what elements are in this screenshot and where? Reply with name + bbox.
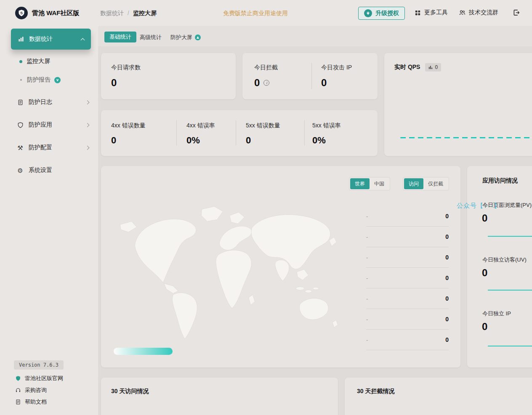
- link-label: 帮助文档: [25, 398, 47, 406]
- stat-label: 4xx 错误数量: [111, 122, 146, 130]
- tab-advanced-stats[interactable]: 高级统计: [140, 34, 162, 41]
- region-stats-row: - 0: [366, 330, 449, 350]
- safeline-waf-dashboard: S 雷池 WAF社区版 数据统计 / 监控大屏 免费版禁止商业用途使用 升级授权: [0, 0, 532, 415]
- breadcrumb: 数据统计 / 监控大屏: [100, 10, 157, 17]
- chevron-right-icon: [85, 123, 90, 127]
- region-name: -: [366, 337, 368, 343]
- upgrade-license-button[interactable]: 升级授权: [358, 7, 405, 20]
- divider: [176, 120, 177, 145]
- upgrade-license-label: 升级授权: [375, 10, 399, 17]
- document-icon: [17, 99, 24, 106]
- today-blocks-card: 今日拦截 0 i 今日攻击 IP 0: [242, 53, 378, 99]
- stat-label: 今日攻击 IP: [321, 64, 352, 71]
- logout-icon[interactable]: [513, 9, 521, 17]
- sidebar-item-protect-apps[interactable]: 防护应用: [0, 114, 98, 136]
- pro-screen-icon: [195, 34, 201, 40]
- stat-value: 0: [111, 77, 141, 89]
- more-tools-button[interactable]: 更多工具: [415, 9, 448, 16]
- qps-label: 实时 QPS: [394, 63, 420, 71]
- divider: [311, 63, 312, 89]
- region-stats-row: - 0: [366, 247, 449, 268]
- metric-zero-line: [488, 290, 532, 291]
- region-name: -: [366, 254, 368, 261]
- apps-grid-icon: [415, 10, 421, 16]
- link-label: 雷池社区版官网: [25, 375, 63, 382]
- metric-zero-line: [488, 236, 532, 237]
- tab-basic-stats[interactable]: 基础统计: [104, 32, 136, 42]
- breadcrumb-parent[interactable]: 数据统计: [100, 10, 124, 17]
- tools-icon: ⚒: [17, 144, 24, 151]
- tech-group-button[interactable]: 技术交流群: [459, 9, 498, 16]
- group-icon: [459, 9, 466, 16]
- visits-30d-card: 30 天访问情况: [101, 378, 338, 415]
- license-warning-text: 免费版禁止商业用途使用: [223, 10, 288, 17]
- official-site-link[interactable]: 雷池社区版官网: [15, 375, 63, 382]
- chevron-right-icon: [85, 100, 90, 104]
- info-icon[interactable]: i: [263, 80, 269, 86]
- realtime-qps-card: 实时 QPS 0: [384, 53, 532, 156]
- metric-value: 0: [482, 267, 487, 279]
- stat-label: 5xx 错误率: [312, 122, 341, 130]
- chevron-up-icon: [81, 38, 85, 42]
- heat-legend-gradient: [114, 348, 173, 355]
- qps-badge-value: 0: [435, 64, 438, 70]
- region-value: 0: [445, 295, 449, 302]
- region-china-toggle[interactable]: 中国: [370, 178, 389, 189]
- document-icon: [15, 399, 21, 405]
- app-title: 雷池 WAF社区版: [32, 9, 80, 17]
- type-blocks-toggle[interactable]: 仅拦截: [423, 178, 448, 189]
- stat-value: 0: [111, 135, 146, 146]
- version-badge: Version 7.6.3: [14, 360, 64, 370]
- sidebar-item-label: 系统设置: [29, 167, 52, 174]
- qps-zero-line: [400, 137, 532, 138]
- watermark-text: 公众号【····】: [457, 202, 500, 210]
- sidebar-item-data-stats[interactable]: 数据统计: [11, 29, 91, 50]
- breadcrumb-separator: /: [128, 10, 129, 17]
- sidebar-item-label: 防护日志: [29, 98, 52, 106]
- sidebar-item-protect-config[interactable]: ⚒ 防护配置: [0, 136, 98, 159]
- purchase-consult-link[interactable]: 采购咨询: [15, 386, 47, 394]
- stat-value: 0: [246, 135, 280, 146]
- sidebar-item-protect-logs[interactable]: 防护日志: [0, 91, 98, 114]
- stat-label: 今日请求数: [111, 64, 141, 71]
- panel-title: 应用访问情况: [482, 177, 518, 185]
- chevron-right-icon: [85, 145, 90, 150]
- help-docs-link[interactable]: 帮助文档: [15, 398, 47, 406]
- card-title: 30 天拦截情况: [357, 388, 394, 395]
- region-toggle-group: 世界 中国: [349, 177, 390, 190]
- divider: [236, 120, 236, 145]
- metric-label: 今日独立访客(UV): [482, 256, 527, 264]
- logo-letter: S: [20, 11, 23, 15]
- breadcrumb-current: 监控大屏: [133, 10, 157, 17]
- sidebar-item-protect-report[interactable]: 防护报告 v: [0, 72, 98, 87]
- type-visits-toggle[interactable]: 访问: [404, 178, 423, 189]
- headset-icon: [15, 387, 21, 393]
- metric-zero-line: [488, 346, 532, 346]
- region-value: 0: [445, 213, 449, 219]
- bar-chart-icon: [18, 36, 24, 42]
- region-value: 0: [445, 316, 449, 322]
- region-value: 0: [445, 233, 449, 240]
- region-value: 0: [445, 275, 449, 281]
- sidebar: 数据统计 监控大屏 防护报告 v 防护日志: [0, 26, 98, 415]
- blocks-30d-card: 30 天拦截情况: [345, 378, 532, 415]
- sidebar-item-label: 监控大屏: [27, 58, 50, 65]
- metric-value: 0: [482, 321, 487, 333]
- geo-map-card: 世界 中国 访问 仅拦截: [101, 166, 460, 367]
- region-name: -: [366, 316, 368, 322]
- sidebar-item-system-settings[interactable]: ⚙ 系统设置: [0, 159, 98, 182]
- region-value: 0: [445, 336, 449, 343]
- gear-icon: ⚙: [17, 167, 24, 174]
- sidebar-item-label: 数据统计: [29, 35, 53, 43]
- stat-value: 0: [254, 77, 260, 89]
- shield-icon: [17, 122, 24, 128]
- tab-label: 高级统计: [140, 34, 162, 41]
- region-world-toggle[interactable]: 世界: [350, 178, 370, 189]
- active-dot-icon: [19, 60, 22, 63]
- tab-protect-screen[interactable]: 防护大屏: [170, 34, 201, 41]
- error-stats-card: 4xx 错误数量 0 4xx 错误率 0% 5xx 错误数量 0 5xx 错误率…: [101, 110, 378, 156]
- stat-label: 今日拦截: [254, 64, 278, 71]
- stat-label: 4xx 错误率: [186, 122, 215, 130]
- region-stats-list: - 0 - 0 - 0 - 0 - 0 - 0: [366, 206, 449, 350]
- sidebar-item-monitor-screen[interactable]: 监控大屏: [0, 54, 98, 69]
